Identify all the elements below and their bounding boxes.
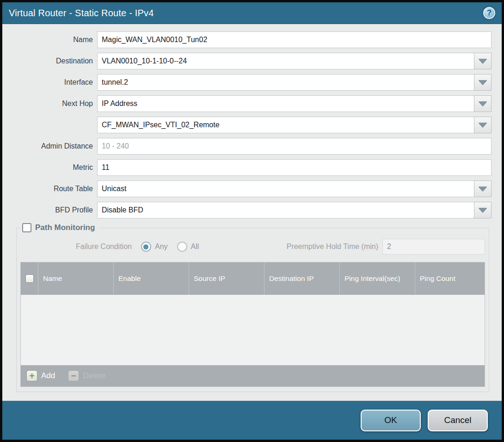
table-select-all-cell (21, 262, 38, 295)
failure-condition-row: Failure Condition Any All Preemptive Hol… (20, 239, 485, 255)
row-metric: Metric (2, 159, 502, 176)
admin-distance-label: Admin Distance (2, 142, 97, 150)
static-route-dialog: Virtual Router - Static Route - IPv4 ? N… (2, 2, 502, 440)
table-header-name: Name (38, 262, 114, 295)
chevron-down-icon (479, 80, 487, 85)
table-header-source-ip: Source IP (189, 262, 264, 295)
delete-button[interactable]: − Delete (68, 370, 105, 381)
table-toolbar: + Add − Delete (21, 365, 485, 386)
table-header-ping-count: Ping Count (415, 262, 485, 295)
failure-condition-any-label: Any (155, 243, 168, 251)
failure-condition-any-radio[interactable] (141, 242, 151, 252)
interface-input[interactable] (97, 74, 474, 91)
destination-input[interactable] (97, 53, 474, 69)
interface-dropdown-button[interactable] (474, 74, 492, 91)
metric-label: Metric (2, 163, 97, 172)
chevron-down-icon (479, 123, 487, 127)
dialog-body: Name Destination Interface (2, 24, 502, 401)
next-hop-type-dropdown-button[interactable] (474, 95, 492, 112)
minus-icon: − (68, 370, 79, 381)
row-next-hop: Next Hop (2, 95, 502, 112)
failure-condition-all-radio[interactable] (177, 242, 187, 252)
table-header-ping-interval: Ping Interval(sec) (340, 262, 415, 295)
interface-label: Interface (2, 78, 97, 87)
select-all-checkbox[interactable] (25, 274, 34, 283)
bfd-profile-label: BFD Profile (2, 206, 97, 214)
row-admin-distance: Admin Distance (2, 138, 502, 155)
failure-condition-label: Failure Condition (76, 243, 132, 251)
route-table-input[interactable] (97, 181, 474, 197)
failure-condition-all-label: All (191, 243, 199, 251)
table-header-enable: Enable (114, 262, 189, 295)
ok-button[interactable]: OK (361, 410, 421, 431)
next-hop-address-dropdown-button[interactable] (474, 117, 492, 133)
dialog-footer: OK Cancel (2, 401, 502, 440)
row-next-hop-address (2, 117, 502, 133)
preemptive-hold-time-label: Preemptive Hold Time (min) (287, 243, 378, 251)
bfd-profile-input[interactable] (97, 202, 474, 218)
route-table-label: Route Table (2, 185, 97, 193)
row-route-table: Route Table (2, 181, 502, 197)
destination-dropdown-button[interactable] (474, 53, 492, 69)
cancel-button[interactable]: Cancel (428, 410, 488, 431)
row-destination: Destination (2, 53, 502, 69)
path-monitoring-title: Path Monitoring (35, 223, 95, 232)
chevron-down-icon (479, 187, 487, 191)
path-monitoring-section: Path Monitoring Failure Condition Any Al… (16, 223, 489, 392)
chevron-down-icon (479, 101, 487, 106)
table-body-empty (21, 295, 485, 365)
failure-condition-radio-group: Any All (132, 242, 199, 252)
row-interface: Interface (2, 74, 502, 91)
add-button-label: Add (41, 371, 55, 380)
name-input[interactable] (97, 31, 492, 48)
add-button[interactable]: + Add (26, 370, 55, 381)
delete-button-label: Delete (83, 371, 105, 380)
route-table-dropdown-button[interactable] (474, 181, 492, 197)
table-header-row: Name Enable Source IP Destination IP Pin… (21, 262, 485, 295)
dialog-titlebar: Virtual Router - Static Route - IPv4 ? (2, 2, 502, 24)
dialog-title: Virtual Router - Static Route - IPv4 (9, 8, 154, 19)
path-monitoring-legend: Path Monitoring (21, 223, 98, 232)
path-monitoring-checkbox[interactable] (22, 223, 31, 232)
bfd-profile-dropdown-button[interactable] (474, 202, 492, 218)
next-hop-address-input[interactable] (97, 117, 474, 133)
chevron-down-icon (479, 208, 487, 212)
path-monitoring-table: Name Enable Source IP Destination IP Pin… (20, 262, 485, 387)
name-label: Name (2, 36, 97, 44)
admin-distance-input[interactable] (97, 138, 492, 155)
next-hop-label: Next Hop (2, 100, 97, 108)
row-bfd-profile: BFD Profile (2, 202, 502, 218)
next-hop-type-input[interactable] (97, 95, 474, 112)
help-icon[interactable]: ? (483, 7, 495, 19)
table-header-destination-ip: Destination IP (264, 262, 340, 295)
screen: Virtual Router - Static Route - IPv4 ? N… (0, 0, 504, 442)
row-name: Name (2, 31, 502, 48)
destination-label: Destination (2, 57, 97, 65)
chevron-down-icon (479, 59, 487, 63)
preemptive-hold-time-input[interactable] (382, 239, 485, 255)
metric-input[interactable] (97, 159, 492, 176)
plus-icon: + (26, 370, 37, 381)
